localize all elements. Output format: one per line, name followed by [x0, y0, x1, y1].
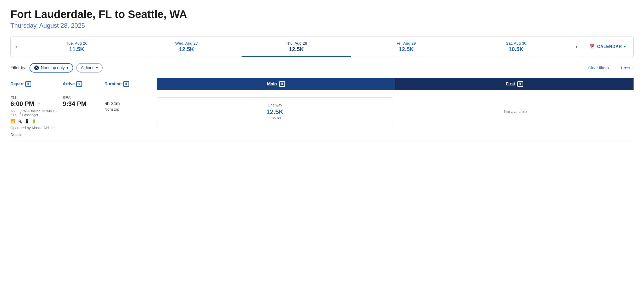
flight-info: AS 517 7M9-Boeing 737MAX 9 Passenger — [10, 109, 61, 117]
page-title: Fort Lauderdale, FL to Seattle, WA — [10, 8, 634, 20]
nonstop-filter-label: Nonstop only — [41, 65, 65, 70]
wifi-icon: 📶 — [10, 119, 15, 124]
main-price-tax: + $5.60 — [269, 116, 281, 120]
arrive-airport: SEA — [63, 95, 102, 100]
results-header: Depart ⇅ Arrive ⇅ Duration ⇅ Main ⇅ Firs… — [10, 78, 634, 90]
arrive-sort-icon: ⇅ — [76, 81, 82, 87]
date-items: Tue, Aug 26 11.5K Wed, Aug 27 12.5K Thu,… — [22, 37, 571, 57]
arrive-column-header[interactable]: Arrive ⇅ — [63, 78, 104, 90]
nonstop-filter-button[interactable]: ✕ Nonstop only ▾ — [30, 63, 73, 73]
first-column-header[interactable]: First ⇅ — [395, 78, 634, 90]
depart-time: 6:00 PM → — [10, 100, 61, 108]
main-label[interactable]: Main — [267, 81, 277, 87]
calendar-icon: 📅 — [590, 44, 595, 49]
date-price-2: 12.5K — [289, 46, 304, 53]
nonstop-chevron-icon: ▾ — [67, 66, 68, 70]
arrive-time: 9:34 PM — [63, 100, 102, 108]
date-label-0: Tue, Aug 26 — [66, 41, 87, 45]
main-price-amount: 12.5K — [266, 108, 283, 116]
duration-sort-icon: ⇅ — [123, 81, 129, 87]
main-sort-icon: ⇅ — [279, 81, 285, 87]
flight-arrow-icon: → — [36, 101, 41, 106]
result-count: 1 result — [620, 65, 634, 70]
airlines-filter-button[interactable]: Airlines ▾ — [76, 63, 103, 73]
depart-label: Depart — [10, 82, 24, 86]
depart-airport: FLL — [10, 95, 61, 100]
date-label-3: Fri, Aug 29 — [397, 41, 416, 45]
power-icon: 🔌 — [17, 119, 22, 124]
main-price-col: One way 12.5K + $5.60 — [157, 95, 395, 126]
depart-col: FLL 6:00 PM → AS 517 7M9-Boeing 737MAX 9… — [10, 95, 63, 137]
clear-filters-link[interactable]: Clear filters — [588, 65, 608, 70]
date-label-2: Thu, Aug 28 — [286, 41, 307, 45]
filter-by-label: Filter by: — [10, 65, 26, 70]
depart-sort-icon: ⇅ — [25, 81, 31, 87]
calendar-chevron-icon: ▾ — [624, 45, 626, 49]
main-price-cell[interactable]: One way 12.5K + $5.60 — [157, 97, 393, 126]
usb-icon: 🔋 — [32, 119, 37, 124]
date-price-3: 12.5K — [399, 46, 414, 53]
date-item-4[interactable]: Sat, Aug 30 10.5K — [461, 37, 571, 57]
filter-bar: Filter by: ✕ Nonstop only ▾ Airlines ▾ C… — [10, 63, 634, 73]
date-label-4: Sat, Aug 30 — [506, 41, 526, 45]
entertainment-icon: 📱 — [25, 119, 30, 124]
stops-value: Nonstop — [104, 107, 155, 111]
first-price-col: Not available — [395, 95, 634, 126]
date-price-0: 11.5K — [69, 46, 84, 53]
first-sort-icon: ⇅ — [517, 81, 523, 87]
dot-separator — [20, 112, 21, 114]
page-subtitle: Thursday, August 28, 2025 — [10, 22, 634, 29]
operated-by: Operated by Alaska Airlines — [10, 126, 61, 130]
date-item-3[interactable]: Fri, Aug 29 12.5K — [351, 37, 461, 57]
airlines-filter-label: Airlines — [81, 65, 94, 70]
date-next-button[interactable]: › — [571, 37, 582, 57]
date-selector-bar: ‹ Tue, Aug 26 11.5K Wed, Aug 27 12.5K Th… — [10, 37, 634, 57]
flight-row: FLL 6:00 PM → AS 517 7M9-Boeing 737MAX 9… — [10, 90, 634, 140]
first-label[interactable]: First — [506, 81, 515, 87]
date-item-1[interactable]: Wed, Aug 27 12.5K — [132, 37, 242, 57]
duration-col: 6h 34m Nonstop — [104, 95, 157, 111]
first-not-available: Not available — [397, 97, 634, 126]
flight-number: AS 517 — [10, 109, 19, 117]
details-link[interactable]: Details — [10, 133, 22, 137]
depart-column-header[interactable]: Depart ⇅ — [10, 78, 63, 90]
date-item-2[interactable]: Thu, Aug 28 12.5K — [242, 37, 352, 57]
aircraft-type: 7M9-Boeing 737MAX 9 Passenger — [22, 109, 61, 117]
main-way-label: One way — [268, 103, 282, 107]
date-prev-button[interactable]: ‹ — [11, 37, 22, 57]
calendar-label: CALENDAR — [597, 44, 622, 49]
main-column-header[interactable]: Main ⇅ — [157, 78, 395, 90]
flight-amenity-icons: 📶 🔌 📱 🔋 — [10, 119, 61, 124]
pipe-divider: | — [613, 65, 614, 70]
date-price-1: 12.5K — [179, 46, 194, 53]
duration-label: Duration — [104, 82, 122, 86]
duration-column-header[interactable]: Duration ⇅ — [104, 78, 157, 90]
calendar-button[interactable]: 📅 CALENDAR ▾ — [582, 37, 633, 57]
duration-value: 6h 34m — [104, 101, 155, 106]
date-item-0[interactable]: Tue, Aug 26 11.5K — [22, 37, 132, 57]
remove-nonstop-icon[interactable]: ✕ — [34, 65, 39, 70]
airlines-chevron-icon: ▾ — [96, 66, 98, 70]
date-label-1: Wed, Aug 27 — [175, 41, 198, 45]
date-price-4: 10.5K — [508, 46, 524, 53]
arrive-col: SEA 9:34 PM — [63, 95, 104, 108]
arrive-label: Arrive — [63, 82, 75, 86]
